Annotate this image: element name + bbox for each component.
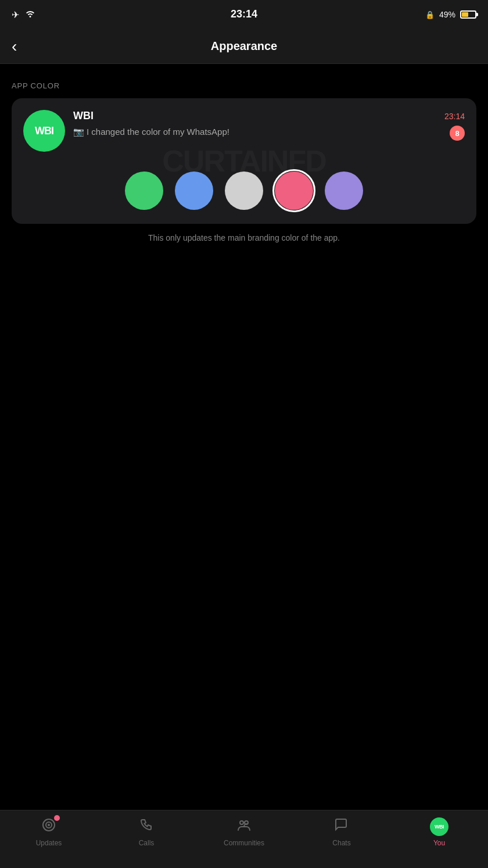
wifi-icon [25, 9, 35, 20]
chats-icon [334, 817, 349, 836]
nav-label-updates: Updates [36, 839, 62, 847]
swatch-purple[interactable] [325, 172, 363, 210]
status-bar: ✈ 23:14 🔒 49% [0, 0, 488, 29]
svg-point-2 [48, 824, 49, 826]
updates-badge [54, 815, 60, 821]
battery-percent: 49% [439, 10, 455, 19]
nav-item-updates[interactable]: Updates [26, 817, 72, 847]
color-swatches [23, 166, 465, 212]
chat-message: 📷I changed the color of my WhatsApp! [73, 126, 450, 138]
you-avatar: WBI [430, 817, 448, 836]
chat-msg-row: 📷I changed the color of my WhatsApp! 8 [73, 126, 465, 141]
nav-label-you: You [433, 839, 445, 847]
app-color-card: CURTAINFD WBI WBI 23:14 📷I changed the c… [12, 98, 476, 224]
swatch-white[interactable] [225, 172, 263, 210]
unread-badge: 8 [450, 126, 465, 141]
chat-time: 23:14 [444, 112, 465, 121]
you-icon: WBI [430, 817, 448, 836]
bottom-nav: Updates Calls Communities Chats [0, 810, 488, 868]
nav-item-communities[interactable]: Communities [221, 817, 267, 847]
chat-name-row: WBI 23:14 [73, 110, 465, 122]
back-button[interactable]: ‹ [12, 37, 17, 56]
swatch-blue[interactable] [175, 172, 213, 210]
chat-name: WBI [73, 110, 94, 122]
swatch-pink[interactable] [275, 172, 313, 210]
status-time: 23:14 [231, 8, 257, 20]
nav-item-you[interactable]: WBI You [416, 817, 462, 847]
lock-icon: 🔒 [425, 10, 435, 19]
nav-label-calls: Calls [139, 839, 155, 847]
nav-label-chats: Chats [332, 839, 350, 847]
header: ‹ Appearance [0, 29, 488, 64]
nav-label-communities: Communities [224, 839, 264, 847]
airplane-icon: ✈ [12, 9, 19, 20]
chat-preview: WBI WBI 23:14 📷I changed the color of my… [23, 110, 465, 152]
status-right: 🔒 49% [425, 10, 476, 19]
main-content: APP COLOR CURTAINFD WBI WBI 23:14 📷I cha [0, 64, 488, 254]
nav-item-chats[interactable]: Chats [318, 817, 365, 847]
battery-fill [462, 12, 468, 17]
section-label-app-color: APP COLOR [12, 81, 476, 90]
swatch-green[interactable] [125, 172, 163, 210]
color-description: This only updates the main branding colo… [12, 233, 476, 242]
camera-icon: 📷 [73, 127, 84, 137]
chat-info: WBI 23:14 📷I changed the color of my Wha… [73, 110, 465, 141]
nav-item-calls[interactable]: Calls [123, 817, 170, 847]
svg-point-3 [240, 821, 243, 824]
updates-icon [41, 817, 56, 836]
battery-icon [460, 10, 476, 19]
chat-avatar: WBI [23, 110, 65, 152]
page-title: Appearance [211, 40, 278, 53]
communities-icon [236, 817, 252, 836]
status-left: ✈ [12, 9, 35, 20]
calls-icon [139, 817, 154, 836]
card-inner: CURTAINFD WBI WBI 23:14 📷I changed the c… [23, 110, 465, 212]
